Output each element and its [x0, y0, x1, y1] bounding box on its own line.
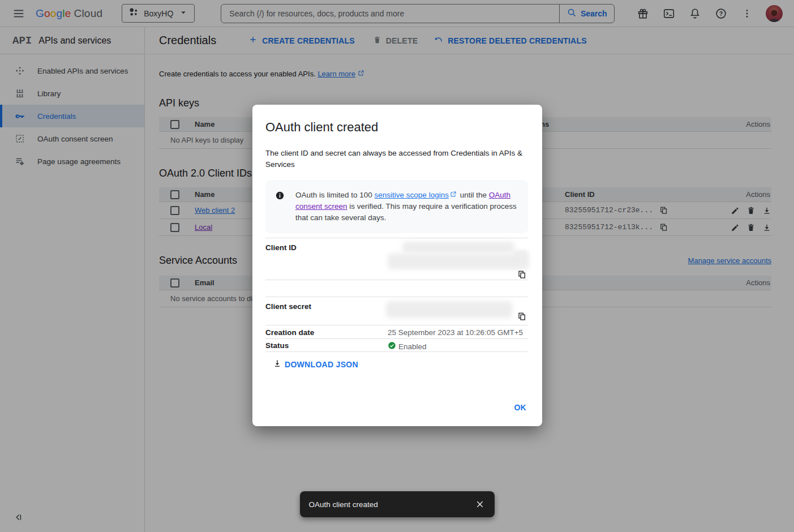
- status-value: Enabled: [398, 342, 427, 351]
- download-icon: [273, 359, 282, 370]
- copy-icon[interactable]: [517, 312, 526, 323]
- sensitive-scope-logins-link[interactable]: sensitive scope logins: [375, 191, 449, 199]
- redacted-client-id: [402, 242, 514, 253]
- redacted-client-id: [388, 254, 529, 269]
- client-secret-row: Client secret: [265, 297, 528, 325]
- status-row: Status Enabled: [265, 338, 528, 352]
- oauth-client-created-dialog: OAuth client created The client ID and s…: [252, 105, 542, 426]
- creation-date-label: Creation date: [265, 325, 388, 338]
- client-id-label: Client ID: [265, 238, 388, 280]
- close-icon[interactable]: [474, 499, 486, 510]
- dialog-title: OAuth client created: [265, 120, 528, 135]
- client-id-value-redacted: [388, 238, 528, 280]
- redacted-client-id: [513, 250, 528, 258]
- external-link-icon: [450, 191, 457, 199]
- client-secret-value-redacted: [388, 297, 528, 325]
- oauth-limit-notice: OAuth is limited to 100 sensitive scope …: [265, 180, 528, 233]
- check-circle-icon: [388, 341, 396, 351]
- download-json-button[interactable]: DOWNLOAD JSON: [273, 359, 528, 370]
- notice-text: OAuth is limited to 100 sensitive scope …: [295, 190, 518, 224]
- client-secret-label: Client secret: [265, 297, 388, 325]
- copy-icon[interactable]: [517, 270, 526, 281]
- creation-date-row: Creation date 25 September 2023 at 10:26…: [265, 325, 528, 338]
- status-label: Status: [265, 339, 388, 351]
- creation-date-value: 25 September 2023 at 10:26:05 GMT+5: [388, 325, 528, 338]
- client-id-row: Client ID: [265, 238, 528, 280]
- spacer-row: [265, 280, 528, 297]
- toast-snackbar: OAuth client created: [300, 491, 495, 517]
- dialog-description: The client ID and secret can always be a…: [265, 148, 525, 170]
- dialog-fields: Client ID Client secret Creation date: [265, 238, 528, 352]
- ok-button[interactable]: OK: [514, 403, 526, 412]
- info-icon: [275, 191, 285, 224]
- redacted-client-secret: [386, 301, 512, 318]
- toast-message: OAuth client created: [309, 500, 378, 509]
